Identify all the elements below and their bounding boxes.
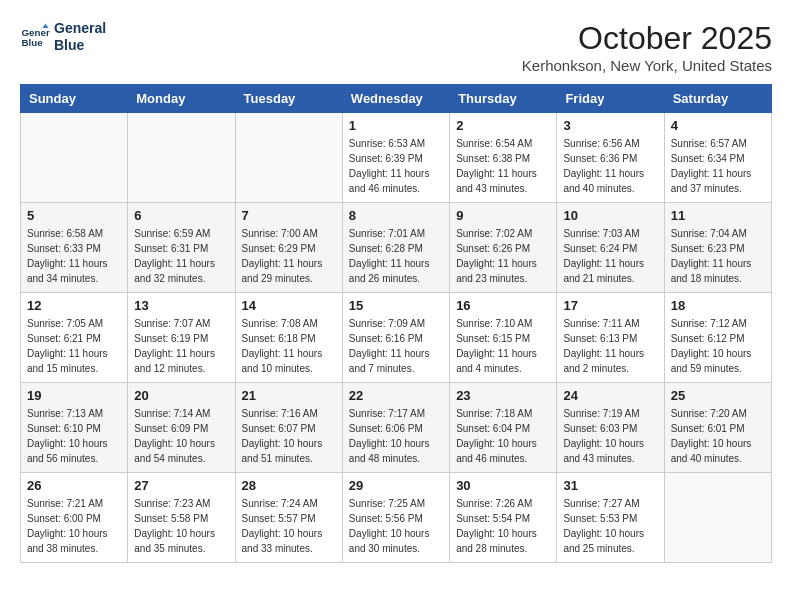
calendar-week-row: 1Sunrise: 6:53 AMSunset: 6:39 PMDaylight… xyxy=(21,113,772,203)
day-number: 24 xyxy=(563,388,657,403)
day-info: Sunrise: 7:12 AMSunset: 6:12 PMDaylight:… xyxy=(671,316,765,376)
calendar-day-cell: 9Sunrise: 7:02 AMSunset: 6:26 PMDaylight… xyxy=(450,203,557,293)
day-number: 31 xyxy=(563,478,657,493)
weekday-header: Wednesday xyxy=(342,85,449,113)
day-number: 27 xyxy=(134,478,228,493)
weekday-header: Friday xyxy=(557,85,664,113)
day-info: Sunrise: 7:14 AMSunset: 6:09 PMDaylight:… xyxy=(134,406,228,466)
calendar-day-cell xyxy=(21,113,128,203)
day-number: 18 xyxy=(671,298,765,313)
calendar-day-cell: 26Sunrise: 7:21 AMSunset: 6:00 PMDayligh… xyxy=(21,473,128,563)
day-info: Sunrise: 7:11 AMSunset: 6:13 PMDaylight:… xyxy=(563,316,657,376)
calendar-day-cell: 31Sunrise: 7:27 AMSunset: 5:53 PMDayligh… xyxy=(557,473,664,563)
calendar-day-cell: 5Sunrise: 6:58 AMSunset: 6:33 PMDaylight… xyxy=(21,203,128,293)
calendar-day-cell: 27Sunrise: 7:23 AMSunset: 5:58 PMDayligh… xyxy=(128,473,235,563)
day-info: Sunrise: 6:57 AMSunset: 6:34 PMDaylight:… xyxy=(671,136,765,196)
logo-general: General xyxy=(54,20,106,37)
logo-icon: General Blue xyxy=(20,22,50,52)
weekday-header: Tuesday xyxy=(235,85,342,113)
day-number: 7 xyxy=(242,208,336,223)
day-number: 30 xyxy=(456,478,550,493)
day-number: 2 xyxy=(456,118,550,133)
day-info: Sunrise: 7:18 AMSunset: 6:04 PMDaylight:… xyxy=(456,406,550,466)
day-info: Sunrise: 6:56 AMSunset: 6:36 PMDaylight:… xyxy=(563,136,657,196)
day-number: 12 xyxy=(27,298,121,313)
svg-text:General: General xyxy=(22,26,51,37)
calendar-week-row: 5Sunrise: 6:58 AMSunset: 6:33 PMDaylight… xyxy=(21,203,772,293)
calendar-day-cell: 22Sunrise: 7:17 AMSunset: 6:06 PMDayligh… xyxy=(342,383,449,473)
calendar-day-cell: 12Sunrise: 7:05 AMSunset: 6:21 PMDayligh… xyxy=(21,293,128,383)
calendar-week-row: 26Sunrise: 7:21 AMSunset: 6:00 PMDayligh… xyxy=(21,473,772,563)
day-info: Sunrise: 6:53 AMSunset: 6:39 PMDaylight:… xyxy=(349,136,443,196)
day-info: Sunrise: 7:16 AMSunset: 6:07 PMDaylight:… xyxy=(242,406,336,466)
day-info: Sunrise: 7:25 AMSunset: 5:56 PMDaylight:… xyxy=(349,496,443,556)
weekday-header: Sunday xyxy=(21,85,128,113)
calendar-day-cell: 21Sunrise: 7:16 AMSunset: 6:07 PMDayligh… xyxy=(235,383,342,473)
day-info: Sunrise: 7:04 AMSunset: 6:23 PMDaylight:… xyxy=(671,226,765,286)
calendar-day-cell: 7Sunrise: 7:00 AMSunset: 6:29 PMDaylight… xyxy=(235,203,342,293)
calendar-day-cell: 30Sunrise: 7:26 AMSunset: 5:54 PMDayligh… xyxy=(450,473,557,563)
day-info: Sunrise: 7:01 AMSunset: 6:28 PMDaylight:… xyxy=(349,226,443,286)
day-number: 23 xyxy=(456,388,550,403)
month-title: October 2025 xyxy=(522,20,772,57)
calendar-day-cell: 20Sunrise: 7:14 AMSunset: 6:09 PMDayligh… xyxy=(128,383,235,473)
calendar-day-cell: 6Sunrise: 6:59 AMSunset: 6:31 PMDaylight… xyxy=(128,203,235,293)
calendar-day-cell: 17Sunrise: 7:11 AMSunset: 6:13 PMDayligh… xyxy=(557,293,664,383)
day-number: 25 xyxy=(671,388,765,403)
day-info: Sunrise: 7:10 AMSunset: 6:15 PMDaylight:… xyxy=(456,316,550,376)
weekday-header: Monday xyxy=(128,85,235,113)
day-info: Sunrise: 7:20 AMSunset: 6:01 PMDaylight:… xyxy=(671,406,765,466)
calendar-week-row: 12Sunrise: 7:05 AMSunset: 6:21 PMDayligh… xyxy=(21,293,772,383)
day-info: Sunrise: 7:02 AMSunset: 6:26 PMDaylight:… xyxy=(456,226,550,286)
day-number: 15 xyxy=(349,298,443,313)
day-number: 6 xyxy=(134,208,228,223)
day-number: 9 xyxy=(456,208,550,223)
calendar-day-cell: 25Sunrise: 7:20 AMSunset: 6:01 PMDayligh… xyxy=(664,383,771,473)
svg-marker-2 xyxy=(43,23,49,28)
day-info: Sunrise: 7:09 AMSunset: 6:16 PMDaylight:… xyxy=(349,316,443,376)
day-number: 20 xyxy=(134,388,228,403)
day-info: Sunrise: 7:03 AMSunset: 6:24 PMDaylight:… xyxy=(563,226,657,286)
day-info: Sunrise: 7:07 AMSunset: 6:19 PMDaylight:… xyxy=(134,316,228,376)
day-number: 10 xyxy=(563,208,657,223)
calendar-day-cell xyxy=(664,473,771,563)
calendar-day-cell: 15Sunrise: 7:09 AMSunset: 6:16 PMDayligh… xyxy=(342,293,449,383)
logo: General Blue General Blue xyxy=(20,20,106,54)
day-info: Sunrise: 7:21 AMSunset: 6:00 PMDaylight:… xyxy=(27,496,121,556)
day-info: Sunrise: 7:23 AMSunset: 5:58 PMDaylight:… xyxy=(134,496,228,556)
calendar-day-cell: 18Sunrise: 7:12 AMSunset: 6:12 PMDayligh… xyxy=(664,293,771,383)
calendar-day-cell: 23Sunrise: 7:18 AMSunset: 6:04 PMDayligh… xyxy=(450,383,557,473)
calendar-day-cell xyxy=(235,113,342,203)
day-number: 21 xyxy=(242,388,336,403)
day-number: 26 xyxy=(27,478,121,493)
location-subtitle: Kerhonkson, New York, United States xyxy=(522,57,772,74)
calendar-day-cell: 24Sunrise: 7:19 AMSunset: 6:03 PMDayligh… xyxy=(557,383,664,473)
day-info: Sunrise: 7:13 AMSunset: 6:10 PMDaylight:… xyxy=(27,406,121,466)
svg-text:Blue: Blue xyxy=(22,37,44,48)
weekday-header: Thursday xyxy=(450,85,557,113)
day-info: Sunrise: 6:58 AMSunset: 6:33 PMDaylight:… xyxy=(27,226,121,286)
calendar-day-cell: 16Sunrise: 7:10 AMSunset: 6:15 PMDayligh… xyxy=(450,293,557,383)
calendar-day-cell: 3Sunrise: 6:56 AMSunset: 6:36 PMDaylight… xyxy=(557,113,664,203)
calendar-day-cell: 13Sunrise: 7:07 AMSunset: 6:19 PMDayligh… xyxy=(128,293,235,383)
day-info: Sunrise: 7:27 AMSunset: 5:53 PMDaylight:… xyxy=(563,496,657,556)
day-info: Sunrise: 7:19 AMSunset: 6:03 PMDaylight:… xyxy=(563,406,657,466)
calendar-day-cell: 8Sunrise: 7:01 AMSunset: 6:28 PMDaylight… xyxy=(342,203,449,293)
calendar-day-cell: 4Sunrise: 6:57 AMSunset: 6:34 PMDaylight… xyxy=(664,113,771,203)
weekday-header-row: SundayMondayTuesdayWednesdayThursdayFrid… xyxy=(21,85,772,113)
day-info: Sunrise: 6:54 AMSunset: 6:38 PMDaylight:… xyxy=(456,136,550,196)
calendar-day-cell: 1Sunrise: 6:53 AMSunset: 6:39 PMDaylight… xyxy=(342,113,449,203)
day-number: 16 xyxy=(456,298,550,313)
day-number: 17 xyxy=(563,298,657,313)
calendar-day-cell: 29Sunrise: 7:25 AMSunset: 5:56 PMDayligh… xyxy=(342,473,449,563)
day-number: 11 xyxy=(671,208,765,223)
day-info: Sunrise: 7:00 AMSunset: 6:29 PMDaylight:… xyxy=(242,226,336,286)
day-number: 8 xyxy=(349,208,443,223)
calendar-day-cell: 28Sunrise: 7:24 AMSunset: 5:57 PMDayligh… xyxy=(235,473,342,563)
day-number: 1 xyxy=(349,118,443,133)
day-number: 4 xyxy=(671,118,765,133)
day-number: 29 xyxy=(349,478,443,493)
day-info: Sunrise: 7:17 AMSunset: 6:06 PMDaylight:… xyxy=(349,406,443,466)
day-info: Sunrise: 7:05 AMSunset: 6:21 PMDaylight:… xyxy=(27,316,121,376)
day-number: 13 xyxy=(134,298,228,313)
